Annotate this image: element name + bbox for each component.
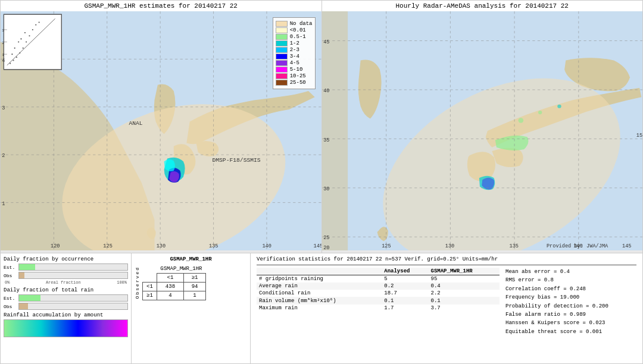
occurrence-chart: Daily fraction by occurrence Est. Obs 0%… bbox=[4, 256, 128, 285]
legend-2-3: 2-3 bbox=[276, 47, 313, 53]
stat-hanssen-kuipers: Hanssen & Kuipers score = 0.023 bbox=[505, 319, 636, 327]
svg-point-22 bbox=[20, 38, 21, 39]
svg-text:45: 45 bbox=[323, 39, 329, 45]
svg-point-17 bbox=[23, 48, 24, 49]
stats-table: Analysed GSMAP_MWR_1HR # gridpoints rain… bbox=[257, 268, 500, 312]
legend-color-1-2 bbox=[276, 40, 288, 46]
stats-row-0: # gridpoints raining 5 95 bbox=[257, 275, 500, 283]
legend-color-25-50 bbox=[276, 80, 288, 86]
svg-point-19 bbox=[26, 42, 27, 43]
svg-text:125: 125 bbox=[103, 243, 113, 249]
ct-table: GSMAP_MWR_1HR <1 ≥1 <1 438 94 bbox=[142, 265, 206, 300]
stats-row-1-label: Average rain bbox=[257, 283, 382, 290]
legend-color-lt001 bbox=[276, 27, 288, 33]
axis-end-label: 100% bbox=[117, 280, 127, 285]
est-bar-occurrence: Est. bbox=[4, 263, 128, 271]
ct-cell-21: 4 bbox=[157, 291, 183, 300]
stat-freq-bias: Frequency bias = 19.000 bbox=[505, 293, 636, 302]
stat-rms-error: RMS error = 0.8 bbox=[505, 276, 636, 284]
legend-1-2: 1-2 bbox=[276, 40, 313, 46]
observed-label-wrapper: Observed bbox=[135, 266, 140, 299]
ct-row-lt1: <1 438 94 bbox=[143, 283, 206, 291]
obs-bar-rain: Obs bbox=[4, 303, 128, 310]
svg-text:2: 2 bbox=[2, 153, 5, 159]
stats-row-0-gsmap: 95 bbox=[429, 275, 500, 283]
right-map-area: 45 40 35 30 25 20 125 130 135 140 145 15… bbox=[322, 11, 643, 250]
svg-text:1: 1 bbox=[2, 201, 5, 207]
svg-text:4: 4 bbox=[2, 58, 5, 64]
svg-point-51 bbox=[557, 105, 561, 108]
legend-label-5-10: 5-10 bbox=[290, 67, 303, 73]
left-map-panel: GSMAP_MWR_1HR estimates for 20140217 22 bbox=[1, 1, 322, 253]
svg-text:35: 35 bbox=[323, 137, 329, 143]
ct-cell-11: 438 bbox=[157, 283, 183, 291]
stats-row-0-label: # gridpoints raining bbox=[257, 275, 382, 283]
legend-label-3-4: 3-4 bbox=[290, 54, 299, 59]
svg-point-49 bbox=[518, 118, 523, 123]
est-rain-fill bbox=[19, 295, 40, 301]
obs-rain-fill bbox=[19, 303, 28, 309]
legend-label-10-25: 10-25 bbox=[290, 73, 306, 79]
ct-gsmap-header: GSMAP_MWR_1HR bbox=[157, 265, 205, 274]
stats-title: Verification statistics for 20140217 22 … bbox=[257, 256, 636, 262]
stats-row-4-gsmap: 3.7 bbox=[429, 305, 500, 312]
stats-row-2: Conditional rain 18.7 2.2 bbox=[257, 290, 500, 297]
stats-columns: Analysed GSMAP_MWR_1HR # gridpoints rain… bbox=[257, 268, 636, 336]
total-rain-chart: Daily fraction of total rain Est. Obs bbox=[4, 287, 128, 310]
stats-row-3-analysed: 0.1 bbox=[382, 297, 428, 305]
stats-row-4-analysed: 1.7 bbox=[382, 305, 428, 312]
legend-label-25-50: 25-50 bbox=[290, 80, 306, 86]
legend-color-2-3 bbox=[276, 47, 288, 53]
stat-false-alarm-ratio: False alarm ratio = 0.989 bbox=[505, 310, 636, 319]
legend-label-1-2: 1-2 bbox=[290, 40, 299, 46]
svg-point-24 bbox=[24, 32, 26, 33]
est-bar-rain: Est. bbox=[4, 294, 128, 302]
svg-text:DMSP-F18/SSMIS: DMSP-F18/SSMIS bbox=[212, 157, 261, 164]
legend-3-4: 3-4 bbox=[276, 54, 313, 59]
total-rain-title: Daily fraction of total rain bbox=[4, 287, 128, 293]
svg-point-16 bbox=[11, 54, 13, 55]
contingency-table-section: GSMAP_MWR_1HR Observed GSMAP_MWR_1HR <1 bbox=[132, 253, 251, 363]
legend-10-25: 10-25 bbox=[276, 73, 313, 79]
ct-col-lt1: <1 bbox=[157, 274, 183, 283]
svg-rect-11 bbox=[4, 14, 61, 70]
stats-row-2-gsmap: 2.2 bbox=[429, 290, 500, 297]
svg-text:130: 130 bbox=[157, 243, 166, 249]
map-legend: No data <0.01 0.5-1 1-2 bbox=[273, 17, 316, 89]
legend-color-5-10 bbox=[276, 67, 288, 73]
stats-row-3: Rain volume (mm*km²x10⁶) 0.1 0.1 bbox=[257, 297, 500, 305]
legend-color-10-25 bbox=[276, 73, 288, 79]
svg-text:145: 145 bbox=[314, 243, 322, 249]
legend-color-no-data bbox=[276, 21, 288, 27]
ct-header-row: GSMAP_MWR_1HR bbox=[143, 265, 206, 274]
svg-point-21 bbox=[29, 35, 30, 36]
main-container: GSMAP_MWR_1HR estimates for 20140217 22 bbox=[0, 0, 643, 364]
svg-point-18 bbox=[14, 48, 15, 49]
bottom-left-charts: Daily fraction by occurrence Est. Obs 0%… bbox=[1, 253, 132, 363]
stats-row-2-label: Conditional rain bbox=[257, 290, 382, 297]
legend-4-5: 4-5 bbox=[276, 60, 313, 66]
stats-row-0-analysed: 5 bbox=[382, 275, 428, 283]
legend-color-4-5 bbox=[276, 60, 288, 66]
est-label: Est. bbox=[4, 265, 18, 270]
svg-text:135: 135 bbox=[509, 243, 519, 249]
svg-text:120: 120 bbox=[51, 243, 60, 249]
est-bar-container bbox=[18, 263, 128, 271]
obs-rain-container bbox=[18, 303, 128, 310]
ct-empty-cell bbox=[143, 265, 157, 274]
verification-stats-section: Verification statistics for 20140217 22 … bbox=[251, 253, 642, 363]
stats-col-analysed: Analysed bbox=[382, 268, 428, 275]
stat-equitable-threat: Equitable threat score = 0.001 bbox=[505, 328, 636, 336]
legend-label-05-1: 0.5-1 bbox=[290, 34, 306, 40]
ct-cell-22: 1 bbox=[184, 291, 206, 300]
right-map-svg: 45 40 35 30 25 20 125 130 135 140 145 15… bbox=[322, 11, 643, 250]
svg-text:145: 145 bbox=[622, 243, 632, 249]
accumulation-chart: Rainfall accumulation by amount bbox=[4, 312, 128, 337]
ct-row-label-lt1: <1 bbox=[143, 283, 157, 291]
stats-row-1-analysed: 0.2 bbox=[382, 283, 428, 290]
stats-row-3-label: Rain volume (mm*km²x10⁶) bbox=[257, 297, 382, 305]
ct-table-wrapper: GSMAP_MWR_1HR <1 ≥1 <1 438 94 bbox=[142, 265, 206, 300]
svg-point-23 bbox=[32, 29, 33, 30]
svg-text:25: 25 bbox=[323, 236, 329, 241]
stats-row-4-label: Maximum rain bbox=[257, 305, 382, 312]
